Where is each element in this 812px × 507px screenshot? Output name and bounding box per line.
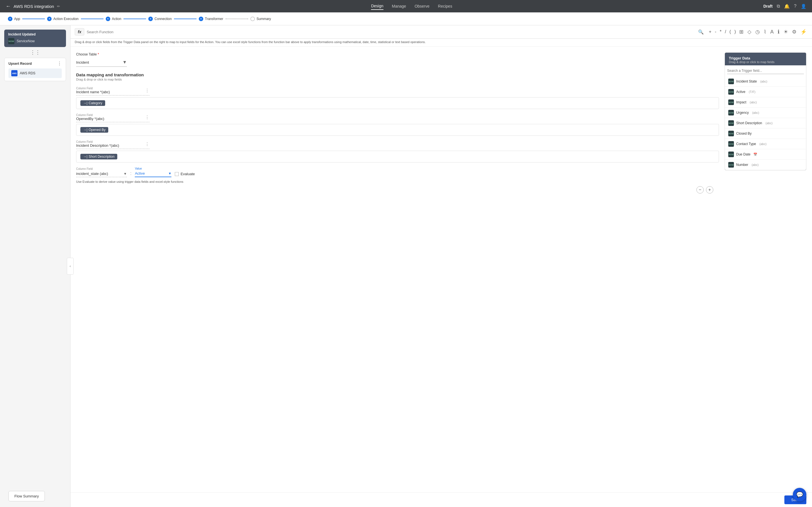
mapping-menu-3[interactable]: ⋮ [145,142,149,147]
tab-manage[interactable]: Manage [392,3,406,10]
close-paren-op[interactable]: ) [734,29,736,34]
lightning-tool-icon[interactable]: ⚡ [799,27,808,36]
trigger-field-urgency[interactable]: NOW Urgency (abc) [725,108,806,118]
info-tool-icon[interactable]: ℹ [776,27,781,36]
aws-rds-row[interactable]: AWS AWS RDS [8,68,62,78]
step-label-transformer: Transformer [205,17,223,21]
field-type-short-description: (abc) [765,121,772,125]
mapping-row-3: Column Field Incident Description *(abc)… [76,140,719,163]
flow-summary-button[interactable]: Flow Summary [8,491,45,501]
search-function-input[interactable] [87,30,696,34]
trigger-field-impact[interactable]: NOW Impact (abc) [725,97,806,108]
active-select-text: Active [135,171,168,175]
save-area: Save [70,492,812,507]
column-field-2: Column Field OpenedBy *(abc) ⋮ [76,114,149,122]
data-mapping-sub: Drag & drop or click to map fields [76,78,719,81]
minus-op[interactable]: - [715,29,716,34]
open-paren-op[interactable]: ( [729,29,731,34]
evaluate-checkbox[interactable] [175,172,179,176]
field-logo-short-description: NOW [728,120,734,126]
app-title: AWS RDS integration [13,4,54,9]
function-bar: fx 🔍 + - * / ( ) ⊞ ◇ ◷ ⌇ A ℹ ☀ ⚙ ⚡ [70,25,812,39]
step-summary[interactable]: Summary [248,17,273,21]
tab-design[interactable]: Design [371,3,384,10]
mapping-chip-3: →| Short Description [80,154,117,159]
trigger-panel: Trigger Data Drag & drop or click to map… [725,52,806,170]
trigger-fields-list: NOW Incident State (abc) NOW Active (T/F… [725,76,806,170]
gear-tool-icon[interactable]: ⚙ [791,27,798,36]
upsert-menu-icon[interactable]: ⋮ [57,61,62,66]
trigger-field-number[interactable]: NOW Number (abc) [725,160,806,170]
add-mapping-button[interactable]: + [706,186,713,193]
search-function-icon[interactable]: 🔍 [698,29,704,35]
field-name-closed-by: Closed By [736,131,752,135]
remove-mapping-button[interactable]: − [696,186,704,193]
field-name-short-description: Short Description [736,121,762,125]
main-layout: Incident Updated NOW ServiceNow ⋮⋮ Upser… [0,25,812,507]
step-connection[interactable]: ● Connection [146,17,174,21]
chart-tool-icon[interactable]: ◇ [746,27,753,36]
divide-op[interactable]: / [725,29,726,34]
trigger-sub: Drag & drop or click to map fields [729,60,802,64]
field-select-wrap[interactable]: incident_state (abc) ▼ [76,170,127,177]
tab-observe[interactable]: Observe [414,3,429,10]
clock-tool-icon[interactable]: ◷ [754,27,761,36]
step-label-summary: Summary [257,17,271,21]
upsert-title: Upsert Record [8,62,32,66]
table-dropdown-arrow-icon: ▼ [122,60,127,65]
func-ops: + - * / ( ) [709,29,736,34]
step-action[interactable]: ● Action [103,17,123,21]
value-hint-text: Use Evaluate to derive value using trigg… [76,180,719,183]
chat-bubble-button[interactable]: 💬 [793,488,806,501]
evaluate-wrap: Evaluate [175,172,195,177]
data-mapping-section: Data mapping and transformation Drag & d… [76,72,719,193]
aws-rds-label: AWS RDS [20,71,36,75]
active-select-arrow-icon: ▼ [168,172,172,175]
active-select-wrap[interactable]: Active ▼ [135,170,171,177]
trigger-field-closed-by[interactable]: NOW Closed By [725,128,806,139]
col-field-val-1: Incident name *(abc) [76,90,110,94]
field-logo-closed-by: NOW [728,131,734,136]
user-icon[interactable]: 👤 [801,4,806,9]
add-remove-row: − + [76,186,719,193]
nav-left: ← AWS RDS integration ✏ [6,3,60,9]
trigger-field-short-description[interactable]: NOW Short Description (abc) [725,118,806,128]
mapping-menu-2[interactable]: ⋮ [145,115,149,120]
step-transformer[interactable]: ● Transformer [197,17,225,21]
edit-icon[interactable]: ✏ [57,4,60,8]
evaluate-label: Evaluate [181,172,195,176]
mapping-input-1[interactable]: →| Category [76,97,719,109]
grid-tool-icon[interactable]: ⊞ [738,27,745,36]
step-dot-connection: ● [148,17,153,21]
colon-separator: : [130,171,132,177]
trigger-field-active[interactable]: NOW Active (T/F) [725,87,806,97]
step-app[interactable]: ● App [6,17,22,21]
trigger-field-due-date[interactable]: NOW Due Date 📅 [725,149,806,160]
field-type-number: (abc) [752,163,759,166]
tab-recipes[interactable]: Recipes [438,3,452,10]
sun-tool-icon[interactable]: ☀ [782,27,789,36]
trigger-field-contact-type[interactable]: NOW Contact Type (abc) [725,139,806,149]
text-tool-icon[interactable]: A [769,28,775,36]
collapse-sidebar-button[interactable]: ‹ [67,258,73,275]
mapping-menu-1[interactable]: ⋮ [145,88,149,93]
step-label-connection: Connection [154,17,172,21]
external-link-icon[interactable]: ⧉ [777,4,780,9]
fx-button[interactable]: fx [75,28,84,36]
back-button[interactable]: ← [6,3,11,9]
mapping-input-2[interactable]: →| Opened By [76,124,719,136]
col-field-val-3: Incident Description *(abc) [76,144,119,148]
plus-op[interactable]: + [709,29,711,34]
mapping-input-3[interactable]: →| Short Description [76,151,719,163]
form-area: Choose Table * Incident ▼ Data mapping a… [70,47,812,492]
bell-icon[interactable]: 🔔 [784,4,790,9]
multiply-op[interactable]: * [720,29,721,34]
step-action-execution[interactable]: ● Action Execution [45,17,81,21]
trigger-field-incident-state[interactable]: NOW Incident State (abc) [725,76,806,87]
trigger-search-input[interactable] [727,68,804,74]
field-name-impact: Impact [736,100,746,104]
table-dropdown[interactable]: Incident ▼ [76,58,127,67]
required-asterisk: * [98,52,99,56]
bar-tool-icon[interactable]: ⌇ [763,27,767,36]
help-icon[interactable]: ? [794,4,797,9]
